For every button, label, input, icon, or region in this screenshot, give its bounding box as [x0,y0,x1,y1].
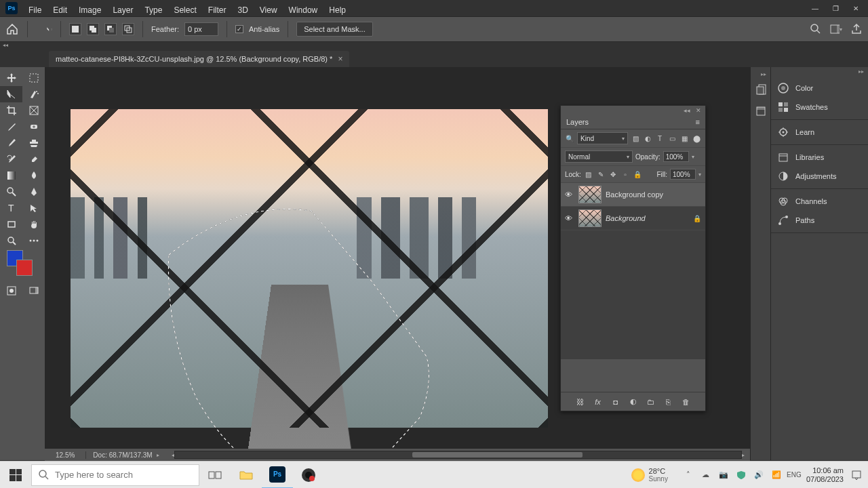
libraries-panel-button[interactable]: Libraries [771,148,868,167]
lock-all-icon[interactable]: 🔒 [633,169,642,179]
document-tab[interactable]: matteo-catanese-PI8Hk-3ZcCU-unsplash.jpg… [49,51,349,67]
color-panel-button[interactable]: Color [771,79,868,98]
layers-tab-label[interactable]: Layers [566,118,589,126]
history-brush-tool[interactable] [0,151,22,167]
horizontal-scrollbar[interactable]: ◂▸ [166,451,750,459]
layer-item[interactable]: 👁 Background 🔒 [561,207,705,230]
workspace-switcher-icon[interactable]: ▾ [830,23,842,35]
lasso-tool[interactable] [0,86,22,102]
menu-file[interactable]: File [23,3,47,18]
menu-select[interactable]: Select [168,3,201,18]
move-tool[interactable] [0,70,22,86]
quick-selection-tool[interactable] [22,86,45,102]
blur-tool[interactable] [22,167,45,184]
search-icon[interactable] [810,23,822,35]
path-selection-tool[interactable] [22,200,45,216]
menu-filter[interactable]: Filter [203,3,232,18]
fill-input[interactable] [670,169,696,180]
zoom-tool[interactable] [0,232,22,249]
clone-stamp-tool[interactable] [22,135,45,151]
menu-3d[interactable]: 3D [232,3,253,18]
language-icon[interactable]: ENG [789,470,800,481]
background-color[interactable] [16,260,33,276]
filter-type-icon[interactable]: T [655,134,665,143]
opacity-input[interactable] [663,151,689,162]
panel-menu-icon[interactable]: ≡ [696,118,700,126]
volume-icon[interactable]: 🔊 [753,470,764,481]
visibility-toggle-icon[interactable]: 👁 [565,190,574,199]
layer-item[interactable]: 👁 Background copy [561,183,705,207]
panel-collapse-icon[interactable]: ◂◂ [684,107,690,114]
eyedropper-tool[interactable] [0,119,22,135]
selection-new-icon[interactable] [69,23,81,35]
filter-shape-icon[interactable]: ▭ [667,134,677,143]
layer-name[interactable]: Background copy [606,190,663,199]
adjustment-layer-icon[interactable]: ◐ [629,397,638,406]
link-layers-icon[interactable]: ⛓ [576,398,585,406]
meet-now-icon[interactable]: 📷 [718,470,729,481]
zoom-level[interactable]: 12.5% [45,451,86,459]
dock-collapse-icon[interactable]: ▸▸ [751,70,770,79]
filter-search-icon[interactable]: 🔍 [565,134,574,143]
visibility-toggle-icon[interactable]: 👁 [565,214,574,222]
feather-input[interactable] [184,22,218,36]
rectangle-tool[interactable] [0,216,22,232]
new-group-icon[interactable]: 🗀 [646,398,656,406]
menu-image[interactable]: Image [73,3,106,18]
add-mask-icon[interactable]: ◘ [611,398,620,406]
selection-add-icon[interactable] [87,23,99,35]
tab-close-icon[interactable]: × [338,54,342,64]
tool-preset-picker[interactable] [36,22,52,37]
paths-panel-button[interactable]: Paths [771,211,868,230]
photoshop-taskbar-icon[interactable]: Ps [262,462,293,489]
taskbar-search[interactable]: Type here to search [31,464,199,486]
obs-taskbar-icon[interactable] [293,462,324,489]
screenmode-icon[interactable] [22,283,45,299]
filter-smart-icon[interactable]: ▦ [679,134,689,143]
dodge-tool[interactable] [0,184,22,200]
lock-transparency-icon[interactable]: ▨ [584,169,593,179]
layer-filter-kind[interactable]: Kind▾ [577,132,628,144]
weather-widget[interactable]: 28°C Sunny [631,467,676,483]
hand-tool[interactable] [22,216,45,232]
type-tool[interactable]: T [0,200,22,216]
properties-panel-icon[interactable] [751,100,771,122]
lock-pixels-icon[interactable]: ✎ [596,169,606,179]
pen-tool[interactable] [22,184,45,200]
select-and-mask-button[interactable]: Select and Mask... [296,22,373,37]
lock-artboard-icon[interactable]: ▫ [620,169,630,179]
menu-window[interactable]: Window [283,3,323,18]
home-button[interactable] [5,23,19,35]
gradient-tool[interactable] [0,167,22,184]
color-swatches[interactable] [0,249,45,279]
eraser-tool[interactable] [22,151,45,167]
filter-adjustment-icon[interactable]: ◐ [643,134,652,143]
layer-name[interactable]: Background [606,214,646,222]
swatches-panel-button[interactable]: Swatches [771,98,868,117]
adjustments-panel-button[interactable]: Adjustments [771,167,868,186]
selection-subtract-icon[interactable] [104,23,117,35]
healing-brush-tool[interactable] [22,119,45,135]
network-icon[interactable]: 📶 [771,470,782,481]
window-minimize[interactable]: — [811,4,819,12]
layer-fx-icon[interactable]: fx [593,398,603,406]
menu-edit[interactable]: Edit [47,3,73,18]
filter-toggle-icon[interactable]: ⬤ [692,134,701,143]
window-restore[interactable]: ❐ [831,4,840,12]
onedrive-icon[interactable]: ☁ [701,470,711,481]
tray-chevron-icon[interactable]: ˄ [683,470,694,481]
antialias-checkbox[interactable]: ✓ [235,25,243,33]
brush-tool[interactable] [0,135,22,151]
learn-panel-button[interactable]: Learn [771,123,868,142]
delete-layer-icon[interactable]: 🗑 [682,398,691,406]
canvas[interactable]: ◂◂ ✕ Layers ≡ 🔍 Kind▾ ▧ ◐ T ▭ ▦ ⬤ Normal… [45,67,750,460]
menu-help[interactable]: Help [323,3,351,18]
task-view-icon[interactable] [199,462,231,489]
edit-toolbar[interactable] [22,232,45,249]
crop-tool[interactable] [0,102,22,119]
menu-view[interactable]: View [254,3,283,18]
history-panel-icon[interactable] [751,79,771,100]
share-icon[interactable] [850,23,863,35]
file-explorer-icon[interactable] [231,462,262,489]
security-icon[interactable] [736,470,747,481]
